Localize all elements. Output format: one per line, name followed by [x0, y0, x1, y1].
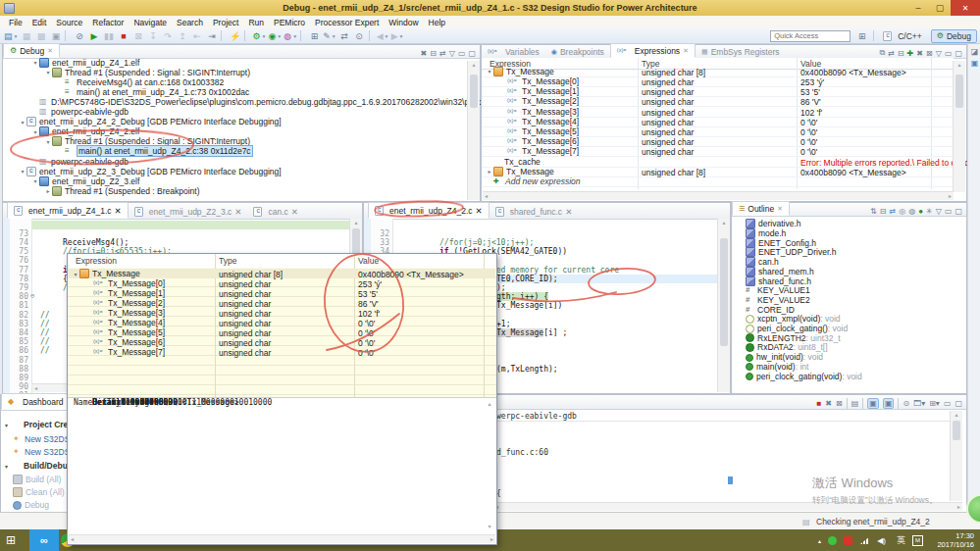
expressions-vscrollbar[interactable]: ▴ — [953, 61, 965, 192]
toolbar-icon[interactable]: ◉▼ — [269, 29, 283, 42]
code-line[interactable]: 75 — [3, 238, 362, 247]
debug-tree-row[interactable]: ▾ Thread #1 (Suspended : Signal : SIGINT… — [3, 68, 466, 77]
tab-breakpoints[interactable]: ◉Breakpoints — [545, 45, 610, 58]
menu-item[interactable]: Refactor — [87, 18, 129, 27]
pin-console-icon[interactable]: ⊙ — [903, 399, 909, 408]
debug-tree-row[interactable]: ▾ enet_rmii_udp_Z4_1.elf — [3, 58, 466, 68]
close-icon[interactable]: ✕ — [47, 47, 53, 55]
perspective-debug-button[interactable]: ⚙Debug — [931, 29, 977, 43]
expander-icon[interactable]: ▾ — [31, 128, 39, 135]
minimize-view-icon[interactable]: ▭ — [944, 399, 952, 408]
expander-icon[interactable]: ▾ — [5, 422, 13, 428]
popup-expression-row[interactable]: Tx_Message[2] unsigned char 86 'V' — [68, 298, 495, 308]
debug-tree-row[interactable]: powerpc-eabivle-gdb — [3, 157, 466, 167]
remove-launch-icon[interactable]: ✖ — [825, 399, 832, 408]
toolbar-icon[interactable]: ⇥▼ — [205, 29, 218, 42]
debug-tree-row[interactable]: ▸ Thread #1 (Suspended : Breakpoint) — [3, 186, 466, 196]
perspective-cpp-button[interactable]: C/C++ — [878, 30, 927, 42]
toolbar-icon[interactable]: ▩▼ — [34, 29, 47, 42]
input-language-indicator[interactable]: 英 — [897, 529, 905, 551]
menu-item[interactable]: File — [4, 18, 27, 27]
quick-access-input[interactable] — [770, 30, 851, 42]
outline-item[interactable]: shared_mem.h — [746, 267, 962, 276]
toolbar-icon[interactable]: ▶▼ — [391, 29, 404, 42]
tray-messenger-icon[interactable] — [828, 529, 837, 551]
popup-expression-row[interactable]: Tx_Message[0] unsigned char 253 'ý' — [68, 278, 495, 288]
outline-item[interactable]: can.h — [746, 257, 962, 267]
display-console-icon[interactable]: 🗔▾ — [913, 399, 925, 408]
debug-scrollbar[interactable]: ▴ — [467, 61, 480, 200]
outline-item[interactable]: xcptn_xmpl(void) : void — [746, 315, 962, 325]
view-menu-icon[interactable]: ▽ — [449, 49, 455, 58]
menu-item[interactable]: Window — [384, 18, 423, 27]
view-menu-icon[interactable]: ▽ — [936, 49, 942, 58]
collapse-all-icon[interactable]: ⊟ — [430, 49, 437, 58]
hide-fields-icon[interactable]: ◎ — [899, 207, 905, 216]
toolbar-icon[interactable]: ↥▼ — [176, 29, 188, 42]
expression-row[interactable]: Add new expression — [482, 176, 954, 187]
editor-tab[interactable]: shared_func.c✕ — [490, 204, 579, 219]
toolbar-icon[interactable]: ⊘▼ — [73, 29, 85, 42]
console-vscrollbar[interactable]: ▴ — [950, 411, 962, 501]
toolbar-icon[interactable]: ▶▼ — [87, 29, 100, 42]
debug-tree-row[interactable]: main() at enet_rmii_udp_Z4_2.c:38 0x11d2… — [3, 146, 466, 156]
toolbar-icon[interactable]: ⚙▼ — [252, 29, 266, 42]
toolbar-icon[interactable]: ⇄▼ — [338, 29, 351, 42]
toolbar-icon[interactable]: ⇤▼ — [190, 29, 203, 42]
toolbar-icon[interactable]: ■▼ — [117, 29, 129, 42]
close-icon[interactable]: ✕ — [115, 206, 122, 216]
volume-icon[interactable]: ◀) — [877, 529, 886, 551]
minimize-view-icon[interactable]: ▭ — [458, 49, 466, 58]
expander-icon[interactable]: ▾ — [72, 271, 79, 277]
close-icon[interactable]: ✕ — [683, 47, 689, 55]
link-with-editor-icon[interactable]: ⇄ — [890, 207, 897, 216]
clear-console-icon[interactable]: ▤ — [851, 399, 859, 408]
popup-expression-row[interactable]: Tx_Message[7] unsigned char 0 '\0' — [68, 347, 495, 357]
tab-outline[interactable]: ☰Outline✕ — [732, 201, 790, 216]
layout-icon[interactable]: ⇄ — [888, 49, 895, 58]
link-debug-icon[interactable]: ⇄ — [439, 49, 446, 58]
outline-item[interactable]: KEY_VALUE1 — [746, 285, 962, 295]
debug-tree-row[interactable]: ▾ enet_rmii_udp_Z2_3.elf — [3, 176, 466, 186]
outline-item[interactable]: shared_func.h — [746, 276, 962, 286]
debug-tree-row[interactable]: D:\MPC5748G-IDE\S32DS_Power\eclipse\plug… — [3, 97, 466, 107]
popup-hscrollbar[interactable]: ◂▸ — [69, 534, 495, 543]
toolbar-icon[interactable]: ↧▼ — [146, 29, 159, 42]
scroll-lock-icon[interactable]: ▣ — [867, 398, 879, 409]
terminate-icon[interactable]: ■ — [817, 399, 822, 408]
expander-icon[interactable]: ▾ — [5, 463, 13, 470]
code-line[interactable]: 33 if (!GetLock(SEMA42_GATE0)) — [364, 229, 730, 238]
toolbar-icon[interactable]: ⊙▼ — [353, 29, 366, 42]
code-line[interactable]: 32 //for(j=0;j<10;j++); — [364, 221, 730, 229]
close-icon[interactable]: ✕ — [777, 205, 783, 213]
editor-right-vscrollbar[interactable]: ▴ — [717, 219, 730, 392]
debug-tree-row[interactable]: ▾ enet_rmii_udp_Z2_3_Debug [GDB PEMicro … — [3, 167, 466, 176]
sort-icon[interactable]: ⇅ — [870, 207, 877, 216]
outline-item[interactable]: derivative.h — [746, 220, 962, 229]
show-logical-structure-icon[interactable]: ⧉ — [879, 48, 885, 58]
popup-expression-row[interactable]: ▾ Tx_Message unsigned char [8] 0x400b809… — [68, 269, 495, 278]
editor-tab[interactable]: enet_rmii_udp_Z2_3.c✕ — [129, 204, 248, 219]
close-icon[interactable]: ✕ — [291, 207, 298, 217]
taskbar-s32ds-app[interactable]: ∞ — [29, 529, 59, 551]
outline-item[interactable]: ENET_Config.h — [746, 238, 962, 248]
code-line[interactable]: 73 ReceiveMsg4(); — [3, 221, 362, 229]
expander-icon[interactable]: ▸ — [44, 187, 52, 194]
toolbar-icon[interactable]: ▼ — [369, 30, 374, 41]
maximize-view-icon[interactable]: ▢ — [954, 49, 962, 58]
outline-item[interactable]: mode.h — [746, 228, 962, 238]
toolbar-icon[interactable]: ↷▼ — [161, 29, 174, 42]
tray-expand-icon[interactable]: ▴ — [818, 529, 821, 551]
tab-debug[interactable]: ⚙ Debug ✕ — [3, 43, 60, 58]
toolbar-icon[interactable]: ⊞▼ — [308, 29, 321, 42]
outline-item[interactable]: main(void) : int — [746, 362, 962, 372]
maximize-view-icon[interactable]: ▢ — [954, 207, 962, 216]
tab-variables[interactable]: Variables — [482, 45, 545, 58]
toolbar-icon[interactable]: ▤▼ — [4, 29, 18, 42]
editor-tab[interactable]: can.c✕ — [247, 204, 303, 219]
menu-item[interactable]: PEMicro — [269, 18, 310, 27]
debug-tree-row[interactable]: ▾ enet_rmii_udp_Z4_2_Debug [GDB PEMicro … — [3, 117, 466, 126]
tab-embsys-registers[interactable]: ▦EmbSys Registers — [696, 45, 786, 58]
minimized-view-icon[interactable]: ▣ — [968, 59, 980, 68]
menu-item[interactable]: Search — [172, 18, 208, 27]
